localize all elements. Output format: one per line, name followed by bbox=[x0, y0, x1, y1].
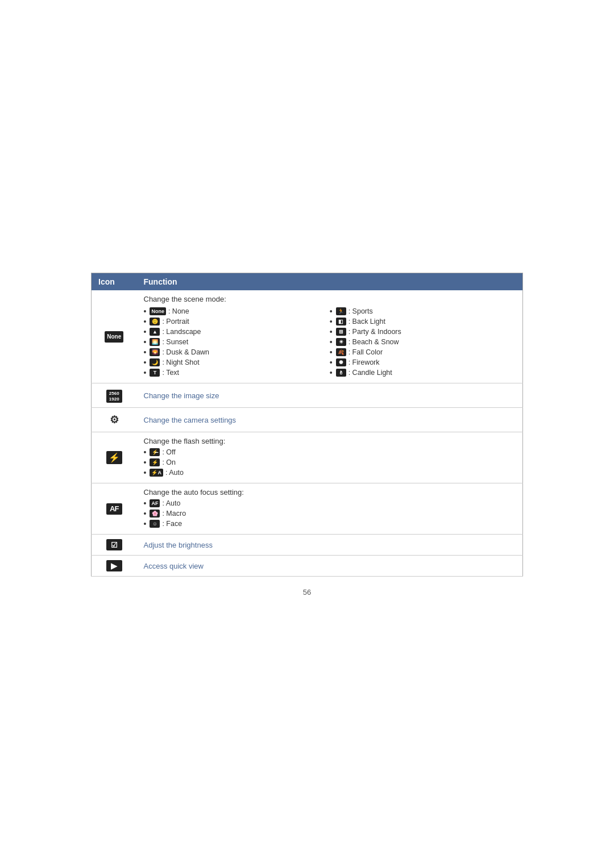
candle-mini-icon: 🕯 bbox=[336, 369, 346, 377]
landscape-label: : Landscape bbox=[162, 328, 201, 336]
func-cell-quickview: Access quick view bbox=[137, 556, 523, 577]
list-item: • 🍂 : Fall Color bbox=[330, 348, 516, 357]
play-icon: ▶ bbox=[106, 560, 122, 571]
page-number: 56 bbox=[91, 588, 523, 596]
candle-label: : Candle Light bbox=[349, 369, 392, 377]
flash-auto-label: : Auto bbox=[165, 469, 184, 477]
night-shot-label: : Night Shot bbox=[162, 358, 199, 366]
party-mini-icon: ⊞ bbox=[336, 328, 346, 336]
icon-cell-image-size: 2560 1920 bbox=[92, 383, 137, 408]
sports-mini-icon: 🏃 bbox=[336, 307, 346, 315]
list-item: • 🏃 : Sports bbox=[330, 307, 516, 316]
col-header-function: Function bbox=[137, 273, 523, 291]
list-item: • ✺ : Firework bbox=[330, 358, 516, 367]
scene-mode-bullets: • None : None • 🙂 : Portrait • bbox=[144, 306, 516, 378]
icon-cell-brightness: ☑ bbox=[92, 535, 137, 556]
flash-title: Change the flash setting: bbox=[144, 437, 516, 445]
flash-auto-icon: ⚡A bbox=[150, 469, 163, 477]
col-header-icon: Icon bbox=[92, 273, 137, 291]
table-row: AF Change the auto focus setting: • AF :… bbox=[92, 483, 523, 535]
icon-cell-flash: ⚡ bbox=[92, 432, 137, 483]
list-item: • 🙂 : Portrait bbox=[144, 317, 330, 326]
table-row: ▶ Access quick view bbox=[92, 556, 523, 577]
fall-color-label: : Fall Color bbox=[349, 348, 383, 356]
list-item: • 🌅 : Sunset bbox=[144, 337, 330, 347]
list-item: • ⚡̶ : Off bbox=[144, 448, 516, 457]
func-cell-brightness: Adjust the brightness bbox=[137, 535, 523, 556]
flash-on-icon: ⚡ bbox=[150, 458, 160, 466]
list-item: • 🌙 : Night Shot bbox=[144, 358, 330, 367]
flash-icon: ⚡ bbox=[106, 451, 122, 464]
list-item: • ⚡ : On bbox=[144, 458, 516, 467]
backlight-label: : Back Light bbox=[349, 318, 385, 326]
list-item: • ⚡A : Auto bbox=[144, 468, 516, 477]
macro-icon: 🌸 bbox=[150, 510, 160, 518]
list-item: • 🌸 : Macro bbox=[144, 509, 516, 518]
image-size-func: Change the image size bbox=[144, 391, 219, 400]
list-item: • None : None bbox=[144, 307, 330, 316]
list-item: • ☺ : Face bbox=[144, 519, 516, 528]
table-row: ☑ Adjust the brightness bbox=[92, 535, 523, 556]
func-cell-image-size: Change the image size bbox=[137, 383, 523, 408]
portrait-mini-icon: 🙂 bbox=[150, 318, 160, 326]
scene-mode-title: Change the scene mode: bbox=[144, 295, 516, 303]
dusk-dawn-label: : Dusk & Dawn bbox=[162, 348, 209, 356]
flash-off-icon: ⚡̶ bbox=[150, 448, 160, 456]
macro-label: : Macro bbox=[162, 510, 186, 518]
party-label: : Party & Indoors bbox=[349, 328, 401, 336]
list-item: • T : Text bbox=[144, 368, 330, 377]
list-item: • AF : Auto bbox=[144, 499, 516, 508]
backlight-mini-icon: ◧ bbox=[336, 318, 346, 326]
none-icon: None bbox=[105, 331, 123, 343]
face-icon: ☺ bbox=[150, 520, 160, 528]
af-auto-icon: AF bbox=[150, 499, 160, 507]
portrait-label: : Portrait bbox=[162, 318, 189, 326]
brightness-func: Adjust the brightness bbox=[144, 541, 213, 549]
scene-bullets-left: • None : None • 🙂 : Portrait • bbox=[144, 306, 330, 378]
brightness-icon: ☑ bbox=[106, 539, 122, 550]
page-wrapper: Icon Function None Change the scene mode… bbox=[91, 273, 523, 596]
quickview-func: Access quick view bbox=[144, 562, 204, 570]
text-label: : Text bbox=[162, 369, 179, 377]
func-cell-autofocus: Change the auto focus setting: • AF : Au… bbox=[137, 483, 523, 535]
flash-off-label: : Off bbox=[162, 448, 175, 456]
fall-color-mini-icon: 🍂 bbox=[336, 348, 346, 356]
sunset-mini-icon: 🌅 bbox=[150, 338, 160, 346]
autofocus-title: Change the auto focus setting: bbox=[144, 488, 516, 496]
beach-snow-label: : Beach & Snow bbox=[349, 338, 399, 346]
list-item: • ◧ : Back Light bbox=[330, 317, 516, 326]
table-row: 2560 1920 Change the image size bbox=[92, 383, 523, 408]
sports-label: : Sports bbox=[349, 307, 373, 315]
icon-cell-autofocus: AF bbox=[92, 483, 137, 535]
night-shot-mini-icon: 🌙 bbox=[150, 358, 160, 366]
face-label: : Face bbox=[162, 520, 182, 528]
table-row: None Change the scene mode: • None : Non… bbox=[92, 290, 523, 383]
list-item: • 🌄 : Dusk & Dawn bbox=[144, 348, 330, 357]
table-row: ⚡ Change the flash setting: • ⚡̶ : Off •… bbox=[92, 432, 523, 483]
table-row: ⚙ Change the camera settings bbox=[92, 408, 523, 432]
icon-cell-quickview: ▶ bbox=[92, 556, 137, 577]
text-mini-icon: T bbox=[150, 369, 160, 377]
func-cell-camera-settings: Change the camera settings bbox=[137, 408, 523, 432]
flash-on-label: : On bbox=[162, 458, 176, 466]
func-cell-scene: Change the scene mode: • None : None • 🙂 bbox=[137, 290, 523, 383]
af-icon: AF bbox=[106, 503, 122, 515]
list-item: • ⊞ : Party & Indoors bbox=[330, 327, 516, 336]
icon-cell-scene: None bbox=[92, 290, 137, 383]
dusk-dawn-mini-icon: 🌄 bbox=[150, 348, 160, 356]
func-cell-flash: Change the flash setting: • ⚡̶ : Off • ⚡… bbox=[137, 432, 523, 483]
none-mini-icon: None bbox=[150, 307, 166, 315]
list-item: • ☀ : Beach & Snow bbox=[330, 337, 516, 347]
af-auto-label: : Auto bbox=[162, 499, 180, 507]
scene-bullets-right: • 🏃 : Sports • ◧ : Back Light • bbox=[330, 306, 516, 378]
image-size-icon: 2560 1920 bbox=[106, 390, 122, 403]
firework-label: : Firework bbox=[349, 358, 380, 366]
icon-function-table: Icon Function None Change the scene mode… bbox=[91, 273, 523, 577]
camera-settings-func: Change the camera settings bbox=[144, 416, 237, 424]
firework-mini-icon: ✺ bbox=[336, 358, 346, 366]
list-item: • 🕯 : Candle Light bbox=[330, 368, 516, 377]
icon-cell-camera-settings: ⚙ bbox=[92, 408, 137, 432]
landscape-mini-icon: ▲ bbox=[150, 328, 160, 336]
beach-snow-mini-icon: ☀ bbox=[336, 338, 346, 346]
sunset-label: : Sunset bbox=[162, 338, 188, 346]
